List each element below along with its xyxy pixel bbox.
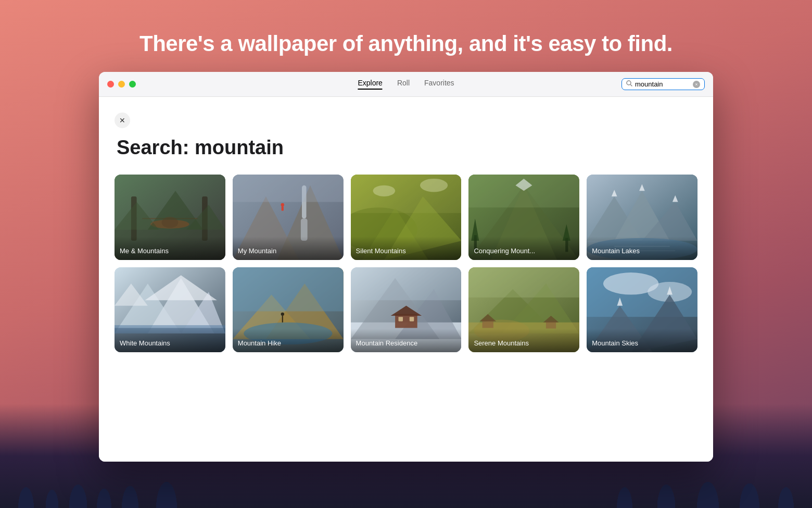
svg-rect-18 xyxy=(281,206,283,211)
svg-point-26 xyxy=(420,179,448,192)
minimize-button[interactable] xyxy=(118,81,125,88)
svg-rect-68 xyxy=(409,317,414,321)
svg-point-0 xyxy=(627,81,631,85)
wallpaper-card-my-mountain[interactable]: My Mountain xyxy=(233,175,344,260)
wallpaper-label-me-mountains: Me & Mountains xyxy=(115,237,225,260)
headline-text: There's a wallpaper of anything, and it'… xyxy=(139,31,673,56)
titlebar: Explore Roll Favorites mountain × xyxy=(99,72,713,97)
wallpaper-label-mountain-skies: Mountain Skies xyxy=(587,329,697,352)
app-window: Explore Roll Favorites mountain × ✕ Sear… xyxy=(99,72,713,462)
close-button[interactable] xyxy=(107,81,114,88)
svg-point-25 xyxy=(373,185,395,196)
svg-rect-69 xyxy=(351,267,462,300)
wallpaper-card-white-mountains[interactable]: White Mountains xyxy=(115,267,225,353)
svg-point-59 xyxy=(281,312,284,315)
svg-rect-79 xyxy=(468,267,579,298)
nav-tabs: Explore Roll Favorites xyxy=(358,79,454,90)
maximize-button[interactable] xyxy=(129,81,136,88)
wallpaper-card-mountain-residence[interactable]: Mountain Residence xyxy=(351,267,462,353)
wallpaper-card-mountain-lakes[interactable]: Mountain Lakes xyxy=(587,175,697,260)
wallpaper-grid: Me & Mountains xyxy=(115,175,697,352)
tab-favorites[interactable]: Favorites xyxy=(424,79,454,90)
wallpaper-label-silent-mountains: Silent Mountains xyxy=(351,237,462,260)
search-box[interactable]: mountain × xyxy=(621,78,705,90)
wallpaper-card-conquering-mount[interactable]: Conquering Mount... xyxy=(468,175,579,260)
svg-rect-35 xyxy=(468,175,579,207)
svg-line-1 xyxy=(631,85,632,86)
tab-explore[interactable]: Explore xyxy=(358,79,382,90)
search-title: Search: mountain xyxy=(117,137,697,159)
svg-point-17 xyxy=(281,203,284,206)
search-value: mountain xyxy=(635,80,690,88)
svg-rect-67 xyxy=(398,317,403,321)
svg-rect-65 xyxy=(395,314,417,328)
svg-rect-19 xyxy=(233,175,344,202)
content-area: ✕ Search: mountain xyxy=(99,97,713,462)
wallpaper-card-mountain-skies[interactable]: Mountain Skies xyxy=(587,267,697,353)
wallpaper-card-mountain-hike[interactable]: Mountain Hike xyxy=(233,267,344,353)
svg-rect-57 xyxy=(233,267,344,312)
wallpaper-label-mountain-lakes: Mountain Lakes xyxy=(587,237,697,260)
back-button[interactable]: ✕ xyxy=(115,113,130,128)
wallpaper-label-my-mountain: My Mountain xyxy=(233,237,344,260)
wallpaper-card-silent-mountains[interactable]: Silent Mountains xyxy=(351,175,462,260)
wallpaper-label-white-mountains: White Mountains xyxy=(115,329,225,352)
svg-rect-24 xyxy=(351,175,462,213)
wallpaper-label-serene-mountains: Serene Mountains xyxy=(468,329,579,352)
wallpaper-label-mountain-residence: Mountain Residence xyxy=(351,329,462,352)
tab-roll[interactable]: Roll xyxy=(397,79,410,90)
traffic-lights xyxy=(107,81,136,88)
wallpaper-card-me-mountains[interactable]: Me & Mountains xyxy=(115,175,225,260)
wallpaper-card-serene-mountains[interactable]: Serene Mountains xyxy=(468,267,579,353)
wallpaper-label-mountain-hike: Mountain Hike xyxy=(233,329,344,352)
search-icon xyxy=(626,80,632,88)
close-icon: ✕ xyxy=(119,116,125,125)
wallpaper-label-conquering-mount: Conquering Mount... xyxy=(468,237,579,260)
search-clear-button[interactable]: × xyxy=(693,81,700,88)
